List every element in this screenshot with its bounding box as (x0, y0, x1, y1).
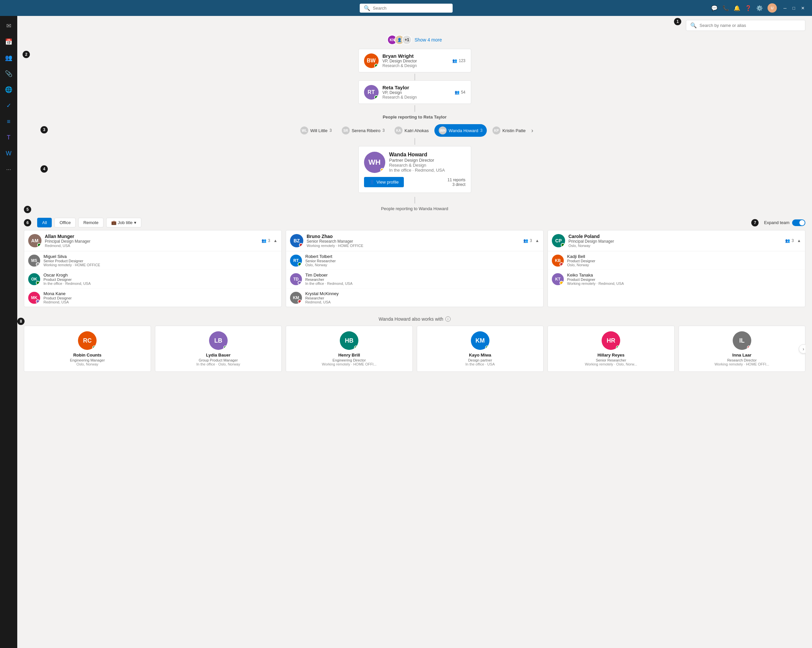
avatar-lydia: LB (209, 331, 227, 350)
member-tim[interactable]: TD Tim Deboer Researcher In the office ·… (286, 270, 543, 289)
search-by-name-input[interactable] (699, 23, 801, 28)
more-tabs-button[interactable]: › (531, 127, 533, 134)
chevron-up-icon-carole[interactable]: ▲ (797, 238, 801, 243)
team-group-bruno: BZ Bruno Zhao Senior Research Manager Wo… (286, 230, 543, 307)
avatar-robin: RC (78, 331, 96, 350)
settings-icon[interactable]: ⚙️ (756, 5, 763, 11)
works-card-henry[interactable]: HB Henry Brill Engineering Director Work… (286, 326, 413, 372)
group-header-bruno[interactable]: BZ Bruno Zhao Senior Research Manager Wo… (286, 231, 543, 251)
group-header-allan[interactable]: AM Allan Munger Principal Design Manager… (24, 231, 281, 251)
loc-oscar: In the office · Redmond, USA (43, 281, 91, 286)
user-avatar[interactable]: U (768, 3, 777, 12)
member-mona[interactable]: MK Mona Kane Product Designer Redmond, U… (24, 289, 281, 307)
loc-kayo: In the office · USA (466, 362, 495, 366)
tab-avatar-katri: KA (395, 127, 403, 134)
avatar-tim: TD (290, 273, 302, 285)
title-bryan: VP, Design Director (383, 59, 449, 63)
count-carole: 3 (791, 238, 794, 243)
chevron-up-icon-bruno[interactable]: ▲ (535, 238, 539, 243)
people-icon-reta: 👥 (455, 90, 459, 95)
total-reports: 11 reports (447, 177, 465, 182)
call-icon[interactable]: 📞 (722, 5, 729, 11)
connector-3 (414, 138, 415, 145)
sidebar-item-list[interactable]: ≡ (2, 114, 16, 129)
reports-bruno: 👥 3 (523, 238, 532, 243)
reports-reta: 👥 54 (455, 90, 465, 95)
works-card-inna[interactable]: IL Inna Laar Research Director Working r… (679, 326, 806, 372)
member-kadji[interactable]: KB Kadji Bell Product Designer Oslo, Nor… (548, 251, 805, 270)
member-keiko[interactable]: KT Keiko Tanaka Product Designer Working… (548, 270, 805, 288)
close-button[interactable]: ✕ (799, 6, 807, 11)
filter-remote-button[interactable]: Remote (78, 218, 104, 228)
title-robert: Senior Researcher (305, 259, 336, 263)
title-search-input[interactable] (373, 6, 449, 11)
top-search-bar: 🔍 1 (17, 16, 812, 31)
title-bar: 🔍 💬 📞 🔔 ❓ ⚙️ U ─ □ ✕ (0, 0, 812, 16)
works-card-hillary[interactable]: HR Hillary Reyes Senior Researcher Worki… (548, 326, 675, 372)
sidebar-item-teams[interactable]: T (2, 130, 16, 145)
minimize-button[interactable]: ─ (781, 6, 788, 11)
works-card-lydia[interactable]: LB Lydia Bauer Group Product Manager In … (155, 326, 282, 372)
info-icon[interactable]: i (445, 316, 451, 322)
expand-team-toggle[interactable] (792, 219, 805, 226)
team-grid: AM Allan Munger Principal Design Manager… (17, 230, 812, 312)
people-reporting-label: People reporting to Wanda Howard (381, 206, 448, 211)
name-inna: Inna Laar (733, 353, 752, 358)
bell-icon[interactable]: 🔔 (734, 5, 740, 11)
member-krystal[interactable]: KM Krystal McKinney Researcher Redmond, … (286, 289, 543, 307)
filter-all-button[interactable]: All (37, 218, 52, 228)
status-keiko (559, 281, 563, 285)
status-kadji (559, 262, 563, 266)
avatar-carole: CP (552, 234, 565, 247)
member-miguel[interactable]: MS Miguel Silva Senior Product Designer … (24, 251, 281, 270)
connector-1 (414, 74, 415, 80)
wanda-location: In the office · Redmond, USA (389, 168, 445, 173)
help-icon[interactable]: ❓ (745, 5, 752, 11)
member-robert[interactable]: RT Robert Tolbert Senior Researcher Oslo… (286, 251, 543, 270)
avatar-reta: RT (364, 85, 379, 99)
tab-kristin[interactable]: KP Kristin Patte (488, 124, 530, 137)
chat-icon[interactable]: 💬 (711, 5, 718, 11)
wanda-title: Partner Design Director (389, 158, 445, 163)
loc-robert: Oslo, Norway (305, 263, 336, 267)
chevron-up-icon-allan[interactable]: ▲ (273, 238, 278, 243)
member-oscar[interactable]: OK Oscar Krogh Product Designer In the o… (24, 270, 281, 289)
sidebar-item-attach[interactable]: 📎 (2, 66, 16, 81)
avatar-allan: AM (28, 234, 41, 247)
tab-name-will: Will Little (310, 128, 328, 133)
group-header-carole[interactable]: CP Carole Poland Principal Design Manage… (548, 231, 805, 251)
title-search[interactable]: 🔍 (360, 4, 453, 12)
tab-serena[interactable]: SR Serena Ribeiro 3 (337, 124, 389, 137)
tab-will[interactable]: WL Will Little 3 (296, 124, 336, 137)
filter-jobtitle-button[interactable]: 💼 Job title ▾ (106, 218, 141, 228)
sidebar-item-org[interactable]: 🌐 (2, 83, 16, 97)
sidebar-item-people[interactable]: 👥 (2, 50, 16, 65)
tab-avatar-will: WL (300, 127, 308, 134)
person-card-bryan[interactable]: BW Bryan Wright VP, Design Director Rese… (359, 49, 471, 72)
sidebar-item-word[interactable]: W (2, 146, 16, 160)
filter-office-button[interactable]: Office (54, 218, 76, 228)
show-more-link[interactable]: Show 4 more (414, 37, 442, 43)
maximize-button[interactable]: □ (791, 6, 797, 11)
name-hillary: Hillary Reyes (597, 353, 624, 358)
tab-wanda[interactable]: WH Wanda Howard 3 (434, 124, 487, 137)
info-krystal: Krystal McKinney Researcher Redmond, USA (305, 291, 339, 304)
person-card-reta[interactable]: RT Reta Taylor VP, Design Research & Des… (359, 80, 471, 104)
sidebar-item-calendar[interactable]: 📅 (2, 35, 16, 49)
view-profile-button[interactable]: 👤 View profile (364, 177, 404, 187)
name-keiko: Keiko Tanaka (567, 272, 624, 278)
tab-katri[interactable]: KA Katri Ahokas (390, 124, 433, 137)
title-kayo: Design partner (468, 358, 492, 362)
sidebar-item-mail[interactable]: ✉ (2, 18, 16, 33)
name-kadji: Kadji Bell (567, 254, 595, 259)
tab-avatar-kristin: KP (493, 127, 501, 134)
next-arrow-button[interactable]: › (799, 344, 805, 353)
name-lydia: Lydia Bauer (206, 353, 230, 358)
works-card-robin[interactable]: RC Robin Counts Engineering Manager Oslo… (24, 326, 151, 372)
top-search-container[interactable]: 🔍 (686, 20, 805, 31)
sidebar-item-more[interactable]: ··· (2, 162, 16, 177)
works-card-kayo[interactable]: KM Kayo Miwa Design partner In the offic… (417, 326, 544, 372)
avatar-hillary: HR (601, 331, 620, 350)
reports-carole: 👥 3 (785, 238, 794, 243)
sidebar-item-check[interactable]: ✓ (2, 98, 16, 113)
